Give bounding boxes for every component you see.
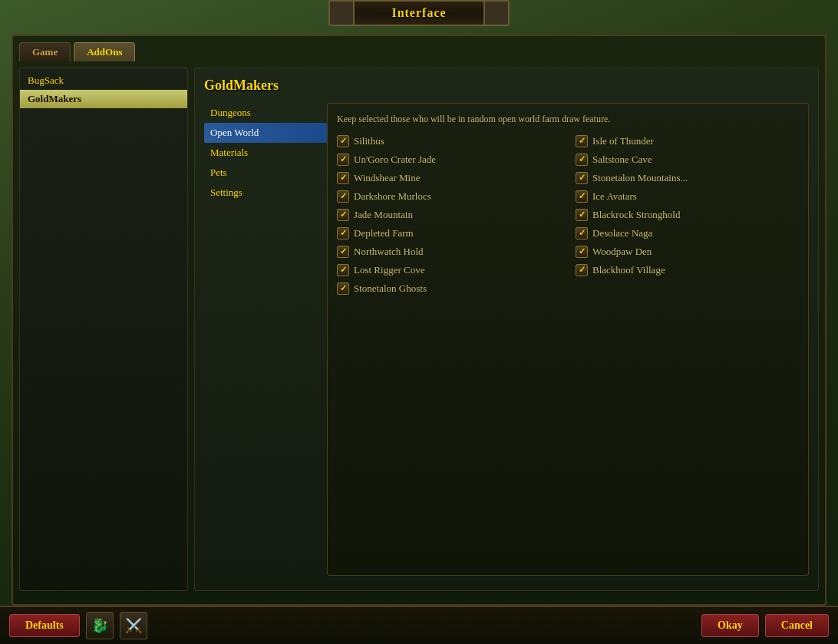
label-lost-rigger: Lost Rigger Cove xyxy=(354,264,424,276)
item-isle-of-thunder[interactable]: Isle of Thunder xyxy=(576,135,799,147)
checkbox-blackhoof[interactable] xyxy=(576,264,588,276)
icon-button-2[interactable]: ⚔️ xyxy=(120,612,147,639)
addon-title: GoldMakers xyxy=(204,78,809,94)
checkbox-silithus[interactable] xyxy=(337,135,349,147)
item-windshear[interactable]: Windshear Mine xyxy=(337,172,560,184)
item-blackrock[interactable]: Blackrock Stronghold xyxy=(576,209,799,221)
tab-game[interactable]: Game xyxy=(19,42,71,61)
item-saltstone[interactable]: Saltstone Cave xyxy=(576,154,799,166)
tab-bar: Game AddOns xyxy=(13,36,825,61)
title-bar: Interface xyxy=(342,0,496,26)
settings-panel: GoldMakers Dungeons Open World Materials… xyxy=(194,68,819,591)
categories-panel: Dungeons Open World Materials Pets Setti… xyxy=(204,103,327,576)
label-blackrock: Blackrock Stronghold xyxy=(592,209,680,221)
item-blackhoof[interactable]: Blackhoof Village xyxy=(576,264,799,276)
items-description: Keep selected those who will be in rando… xyxy=(337,113,799,126)
checkbox-ice-avatars[interactable] xyxy=(576,190,588,203)
checkbox-stonetalon-mountains[interactable] xyxy=(576,172,588,184)
label-desolace: Desolace Naga xyxy=(592,227,652,239)
item-woodpaw[interactable]: Woodpaw Den xyxy=(576,246,799,258)
item-desolace[interactable]: Desolace Naga xyxy=(576,227,799,239)
item-lost-rigger[interactable]: Lost Rigger Cove xyxy=(337,264,560,276)
item-darkshore[interactable]: Darkshore Murlocs xyxy=(337,190,560,203)
checkbox-desolace[interactable] xyxy=(576,227,588,239)
label-blackhoof: Blackhoof Village xyxy=(592,264,665,276)
content-area: BugSack GoldMakers GoldMakers Dungeons O… xyxy=(13,61,825,597)
checkbox-jade-mountain[interactable] xyxy=(337,209,349,221)
item-stonetalon-ghosts[interactable]: Stonetalon Ghosts xyxy=(337,282,560,295)
item-stonetalon-mountains[interactable]: Stonetalon Mountains... xyxy=(576,172,799,184)
items-grid: Silithus Isle of Thunder Un'Goro Crater … xyxy=(337,135,799,295)
item-empty xyxy=(576,282,799,295)
item-silithus[interactable]: Silithus xyxy=(337,135,560,147)
checkbox-windshear[interactable] xyxy=(337,172,349,184)
icon-button-1[interactable]: 🐉 xyxy=(86,612,114,639)
label-stonetalon-mountains: Stonetalon Mountains... xyxy=(592,172,688,184)
checkbox-ungoro[interactable] xyxy=(337,154,349,166)
checkbox-isle-of-thunder[interactable] xyxy=(576,135,588,147)
item-depleted-farm[interactable]: Depleted Farm xyxy=(337,227,560,239)
label-ice-avatars: Ice Avatars xyxy=(592,190,637,203)
bottom-right: Okay Cancel xyxy=(701,614,829,637)
okay-button[interactable]: Okay xyxy=(701,614,759,637)
item-jade-mountain[interactable]: Jade Mountain xyxy=(337,209,560,221)
settings-container: Dungeons Open World Materials Pets Setti… xyxy=(204,103,809,576)
category-dungeons[interactable]: Dungeons xyxy=(204,103,327,123)
item-ice-avatars[interactable]: Ice Avatars xyxy=(576,190,799,203)
label-woodpaw: Woodpaw Den xyxy=(592,246,652,258)
addon-list: BugSack GoldMakers xyxy=(19,68,188,591)
checkbox-lost-rigger[interactable] xyxy=(337,264,349,276)
category-pets[interactable]: Pets xyxy=(204,163,327,183)
checkbox-northwatch[interactable] xyxy=(337,246,349,258)
category-settings[interactable]: Settings xyxy=(204,183,327,203)
checkbox-woodpaw[interactable] xyxy=(576,246,588,258)
label-windshear: Windshear Mine xyxy=(354,172,420,184)
item-ungoro[interactable]: Un'Goro Crater Jade xyxy=(337,154,560,166)
items-panel: Keep selected those who will be in rando… xyxy=(327,103,809,576)
checkbox-saltstone[interactable] xyxy=(576,154,588,166)
checkbox-stonetalon-ghosts[interactable] xyxy=(337,282,349,295)
defaults-button[interactable]: Defaults xyxy=(9,614,80,637)
icon-portrait-2: ⚔️ xyxy=(125,617,142,634)
title-bar-inner: Interface xyxy=(342,0,496,26)
label-ungoro: Un'Goro Crater Jade xyxy=(354,154,436,166)
addon-item-bugsack[interactable]: BugSack xyxy=(20,71,187,90)
bottom-left: Defaults 🐉 ⚔️ xyxy=(9,612,147,639)
label-northwatch: Northwatch Hold xyxy=(354,246,424,258)
item-northwatch[interactable]: Northwatch Hold xyxy=(337,246,560,258)
addon-item-goldmakers[interactable]: GoldMakers xyxy=(20,90,187,108)
tab-addons[interactable]: AddOns xyxy=(74,42,135,61)
checkbox-blackrock[interactable] xyxy=(576,209,588,221)
label-saltstone: Saltstone Cave xyxy=(592,154,652,166)
label-isle-of-thunder: Isle of Thunder xyxy=(592,135,654,147)
category-open-world[interactable]: Open World xyxy=(204,123,327,143)
label-jade-mountain: Jade Mountain xyxy=(354,209,413,221)
icon-portrait-1: 🐉 xyxy=(91,617,108,634)
window-title: Interface xyxy=(391,6,446,19)
label-darkshore: Darkshore Murlocs xyxy=(354,190,431,203)
bottom-bar: Defaults 🐉 ⚔️ Okay Cancel xyxy=(0,606,838,644)
label-stonetalon-ghosts: Stonetalon Ghosts xyxy=(354,282,427,295)
label-silithus: Silithus xyxy=(354,135,384,147)
checkbox-depleted-farm[interactable] xyxy=(337,227,349,239)
category-materials[interactable]: Materials xyxy=(204,143,327,163)
label-depleted-farm: Depleted Farm xyxy=(354,227,414,239)
main-container: Game AddOns BugSack GoldMakers GoldMaker… xyxy=(12,35,826,606)
checkbox-darkshore[interactable] xyxy=(337,190,349,203)
cancel-button[interactable]: Cancel xyxy=(765,614,829,637)
